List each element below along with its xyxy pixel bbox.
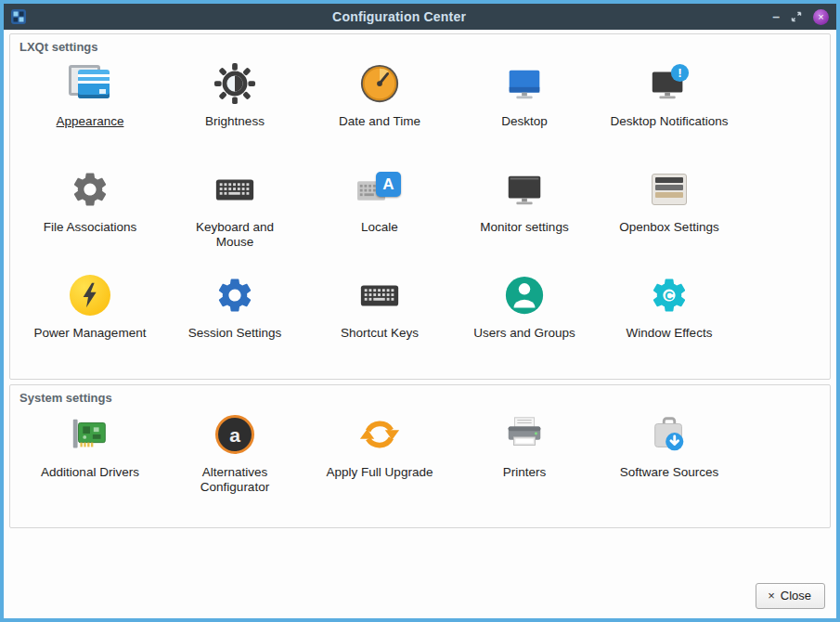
keyboard-and-mouse-icon xyxy=(213,167,257,212)
launcher-item-label: Date and Time xyxy=(339,114,420,129)
launcher-item-label: Session Settings xyxy=(188,326,282,341)
launcher-item-label: Appearance xyxy=(57,114,124,129)
launcher-item-label: Printers xyxy=(503,465,547,480)
power-management-icon xyxy=(68,273,112,317)
close-button[interactable]: × Close xyxy=(756,583,825,609)
locale-icon: A xyxy=(357,167,402,212)
launcher-item-label: Monitor settings xyxy=(480,220,568,235)
openbox-settings-icon xyxy=(647,167,691,212)
launcher-item-shortcut-keys[interactable]: Shortcut Keys xyxy=(307,267,452,373)
app-icon xyxy=(11,9,26,24)
launcher-item-additional-drivers[interactable]: Additional Drivers xyxy=(18,407,162,522)
window-effects-icon: C xyxy=(647,273,691,317)
file-associations-icon xyxy=(68,167,112,212)
launcher-item-label: Users and Groups xyxy=(473,326,575,341)
close-x-icon: × xyxy=(768,590,775,602)
shortcut-keys-icon xyxy=(357,273,402,317)
launcher-item-label: Power Management xyxy=(34,326,147,341)
launcher-item-openbox-settings[interactable]: Openbox Settings xyxy=(597,162,742,267)
brightness-icon xyxy=(213,61,257,106)
launcher-item-file-associations[interactable]: File Associations xyxy=(18,162,162,267)
launcher-item-apply-full-upgrade[interactable]: Apply Full Upgrade xyxy=(307,407,452,522)
session-settings-icon xyxy=(213,273,257,317)
launcher-item-label: Window Effects xyxy=(627,326,713,341)
group-title: System settings xyxy=(10,385,830,407)
launcher-item-label: Apply Full Upgrade xyxy=(327,465,433,480)
printers-icon xyxy=(502,412,547,457)
launcher-item-label: File Associations xyxy=(44,220,137,235)
window-title: Configuration Center xyxy=(26,9,772,24)
appearance-icon xyxy=(68,61,112,106)
launcher-item-desktop-notifications[interactable]: ! Desktop Notifications xyxy=(597,56,742,162)
launcher-item-monitor-settings[interactable]: Monitor settings xyxy=(452,162,597,267)
minimize-button[interactable]: – xyxy=(772,10,780,23)
configuration-center-window: Configuration Center – × LXQt settings A… xyxy=(0,0,840,622)
close-button-label: Close xyxy=(781,589,811,603)
launcher-item-label: Software Sources xyxy=(620,465,719,480)
window-controls: – × xyxy=(772,9,829,25)
launcher-item-appearance[interactable]: Appearance xyxy=(18,56,162,162)
group-lxqt-settings: LXQt settings Appearance xyxy=(9,33,831,380)
group-system-settings: System settings xyxy=(9,384,831,528)
lxqt-settings-grid: Appearance xyxy=(10,56,830,379)
date-and-time-icon xyxy=(357,61,402,106)
launcher-item-label: Desktop xyxy=(501,114,548,129)
system-settings-grid: Additional Drivers a Alternatives Config… xyxy=(10,407,830,527)
desktop-icon xyxy=(502,61,547,106)
launcher-item-label: Shortcut Keys xyxy=(341,326,419,341)
titlebar: Configuration Center – × xyxy=(4,4,836,30)
launcher-item-users-and-groups[interactable]: Users and Groups xyxy=(452,267,597,373)
software-sources-icon xyxy=(647,412,691,457)
close-window-button[interactable]: × xyxy=(813,9,829,25)
launcher-item-label: Additional Drivers xyxy=(41,465,139,480)
alternatives-configurator-icon: a xyxy=(213,412,257,457)
group-title: LXQt settings xyxy=(10,34,830,56)
launcher-item-label: Locale xyxy=(361,220,398,235)
launcher-item-label: Desktop Notifications xyxy=(611,114,729,129)
launcher-item-locale[interactable]: A Locale xyxy=(307,162,452,267)
desktop-notifications-icon: ! xyxy=(647,61,691,106)
launcher-item-label: Alternatives Configurator xyxy=(175,465,294,496)
launcher-item-keyboard-and-mouse[interactable]: Keyboard and Mouse xyxy=(162,162,307,267)
restore-icon xyxy=(791,11,802,22)
launcher-item-window-effects[interactable]: C Window Effects xyxy=(597,267,742,373)
svg-text:!: ! xyxy=(678,66,681,80)
restore-button[interactable] xyxy=(791,11,802,22)
additional-drivers-icon xyxy=(68,412,112,457)
launcher-item-brightness[interactable]: Brightness xyxy=(162,56,307,162)
launcher-item-label: Brightness xyxy=(205,114,265,129)
launcher-item-session-settings[interactable]: Session Settings xyxy=(162,267,307,373)
content-area: LXQt settings Appearance xyxy=(4,30,836,618)
apply-full-upgrade-icon xyxy=(357,412,402,457)
launcher-item-label: Keyboard and Mouse xyxy=(175,220,294,251)
users-and-groups-icon xyxy=(502,273,547,317)
footer: × Close xyxy=(9,576,831,618)
launcher-item-software-sources[interactable]: Software Sources xyxy=(597,407,742,522)
launcher-item-desktop[interactable]: Desktop xyxy=(452,56,597,162)
launcher-item-label: Openbox Settings xyxy=(619,220,718,235)
launcher-item-date-and-time[interactable]: Date and Time xyxy=(307,56,452,162)
monitor-settings-icon xyxy=(502,167,547,212)
launcher-item-alternatives-configurator[interactable]: a Alternatives Configurator xyxy=(162,407,307,522)
launcher-item-power-management[interactable]: Power Management xyxy=(18,267,162,373)
launcher-item-printers[interactable]: Printers xyxy=(452,407,597,522)
